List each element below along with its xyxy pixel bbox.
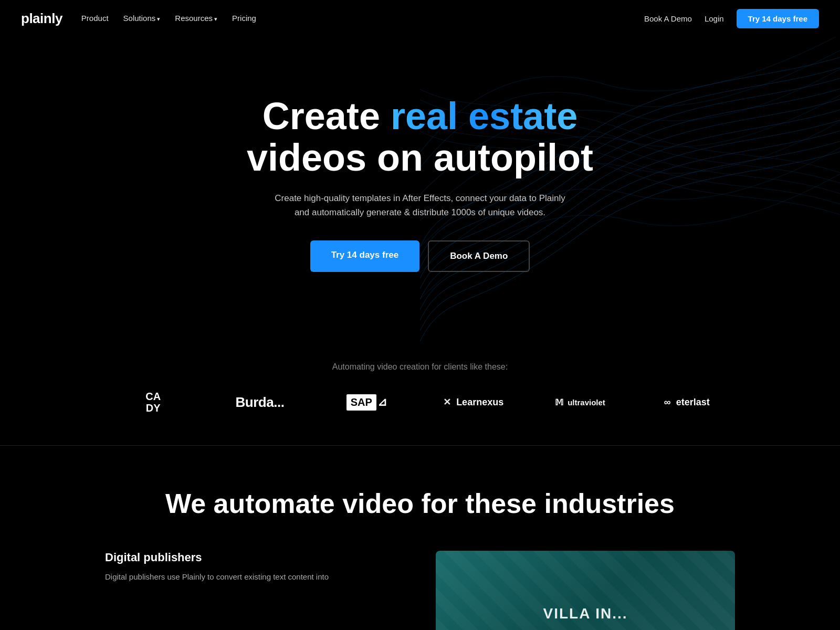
ultraviolet-wrapper: 𝕄 ultraviolet bbox=[555, 397, 605, 407]
nav-link-resources[interactable]: Resources bbox=[175, 14, 217, 23]
clients-label: Automating video creation for clients li… bbox=[32, 362, 808, 372]
logo-ultraviolet: 𝕄 ultraviolet bbox=[532, 397, 628, 407]
hero-content: Create real estate videos on autopilot C… bbox=[247, 96, 593, 272]
cady-text: CADY bbox=[145, 391, 161, 414]
logos-row: CADY Burda... SAP ⊿ ✕ Learnexus 𝕄 ultrav… bbox=[105, 391, 735, 414]
hero-cta-primary[interactable]: Try 14 days free bbox=[310, 240, 420, 272]
nav-item-product[interactable]: Product bbox=[81, 14, 109, 23]
nav-cta-button[interactable]: Try 14 days free bbox=[737, 9, 819, 28]
video-thumb-label: VILLA IN... bbox=[543, 605, 628, 622]
nav-left: plainly Product Solutions Resources Pric… bbox=[21, 10, 256, 27]
learnexus-text: Learnexus bbox=[456, 397, 503, 408]
ultraviolet-icon: 𝕄 bbox=[555, 397, 563, 407]
learnexus-icon: ✕ bbox=[443, 396, 451, 408]
nav-link-pricing[interactable]: Pricing bbox=[232, 14, 256, 23]
hero-buttons: Try 14 days free Book A Demo bbox=[247, 240, 593, 272]
industries-title: We automate video for these industries bbox=[32, 488, 808, 519]
eterlast-text: eterlast bbox=[676, 397, 710, 408]
nav-right: Book A Demo Login Try 14 days free bbox=[644, 9, 819, 28]
logo-learnexus: ✕ Learnexus bbox=[425, 396, 521, 408]
sap-arrow: ⊿ bbox=[377, 395, 387, 409]
nav-link-solutions[interactable]: Solutions bbox=[123, 14, 161, 23]
hero-title: Create real estate videos on autopilot bbox=[247, 96, 593, 178]
logo-cady: CADY bbox=[105, 391, 201, 414]
sap-wrapper: SAP ⊿ bbox=[346, 394, 387, 411]
hero-title-gradient: real estate bbox=[391, 95, 578, 137]
navbar: plainly Product Solutions Resources Pric… bbox=[0, 0, 840, 37]
hero-subtitle: Create high-quality templates in After E… bbox=[273, 191, 567, 219]
learnexus-wrapper: ✕ Learnexus bbox=[443, 396, 503, 408]
industry-digital-publishers-desc: Digital publishers use Plainly to conver… bbox=[105, 571, 404, 583]
industry-video-thumbnail: VILLA IN... bbox=[436, 551, 735, 630]
hero-title-start: Create bbox=[262, 95, 391, 137]
sap-text: SAP bbox=[346, 394, 376, 411]
book-demo-link[interactable]: Book A Demo bbox=[644, 14, 692, 23]
logo-eterlast: ∞ eterlast bbox=[639, 397, 735, 408]
industries-left: Digital publishers Digital publishers us… bbox=[105, 551, 404, 583]
logo-sap: SAP ⊿ bbox=[319, 394, 415, 411]
eterlast-icon: ∞ bbox=[664, 397, 671, 408]
ultraviolet-text: ultraviolet bbox=[568, 398, 605, 407]
nav-item-pricing[interactable]: Pricing bbox=[232, 14, 256, 23]
hero-section: Create real estate videos on autopilot C… bbox=[0, 37, 840, 341]
hero-cta-secondary[interactable]: Book A Demo bbox=[428, 240, 530, 272]
industries-section: We automate video for these industries D… bbox=[0, 446, 840, 630]
burda-text: Burda... bbox=[236, 394, 285, 411]
industries-content: Digital publishers Digital publishers us… bbox=[105, 551, 735, 630]
nav-item-resources[interactable]: Resources bbox=[175, 14, 217, 23]
industry-digital-publishers-name: Digital publishers bbox=[105, 551, 404, 564]
clients-section: Automating video creation for clients li… bbox=[0, 341, 840, 445]
nav-links: Product Solutions Resources Pricing bbox=[81, 14, 256, 23]
logo[interactable]: plainly bbox=[21, 10, 62, 27]
nav-link-product[interactable]: Product bbox=[81, 14, 109, 23]
hero-title-end: videos on autopilot bbox=[247, 136, 593, 178]
eterlast-wrapper: ∞ eterlast bbox=[664, 397, 710, 408]
logo-burda: Burda... bbox=[212, 394, 308, 411]
nav-item-solutions[interactable]: Solutions bbox=[123, 14, 161, 23]
login-link[interactable]: Login bbox=[705, 14, 724, 23]
industries-right: VILLA IN... bbox=[436, 551, 735, 630]
